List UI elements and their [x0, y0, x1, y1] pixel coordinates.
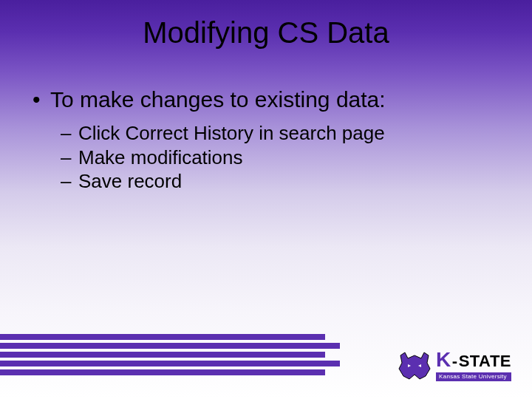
bullet-marker: –	[61, 169, 78, 194]
footer-decorative-bars	[0, 334, 340, 378]
bullet-marker: –	[61, 121, 78, 146]
bullet-marker: •	[28, 87, 50, 112]
bullet-level-2: – Click Correct History in search page	[61, 121, 504, 146]
bullet-text: Save record	[78, 169, 182, 194]
decorative-bar	[0, 361, 340, 366]
logo-university-bar: Kansas State University	[436, 372, 511, 381]
decorative-bar	[0, 369, 325, 375]
decorative-bar	[0, 343, 340, 349]
decorative-bar	[0, 334, 325, 340]
logo-text: K - STATE Kansas State University	[436, 349, 511, 381]
bullet-level-2: – Make modifications	[61, 146, 504, 170]
kstate-logo: K - STATE Kansas State University	[398, 349, 511, 381]
logo-state: STATE	[459, 353, 511, 369]
bullet-level-1: • To make changes to existing data:	[28, 87, 504, 112]
bullet-level-2: – Save record	[61, 169, 504, 194]
logo-k: K	[436, 349, 451, 370]
logo-wordmark: K - STATE	[436, 349, 511, 370]
slide-content: • To make changes to existing data: – Cl…	[28, 87, 504, 194]
slide-title: Modifying CS Data	[0, 16, 532, 50]
logo-dash: -	[452, 353, 458, 369]
bullet-text: Click Correct History in search page	[78, 121, 385, 146]
bullet-marker: –	[61, 146, 78, 170]
decorative-bar	[0, 352, 325, 358]
slide: Modifying CS Data • To make changes to e…	[0, 0, 532, 399]
wildcat-icon	[398, 351, 432, 381]
bullet-text: Make modifications	[78, 146, 243, 170]
bullet-text: To make changes to existing data:	[50, 87, 386, 112]
